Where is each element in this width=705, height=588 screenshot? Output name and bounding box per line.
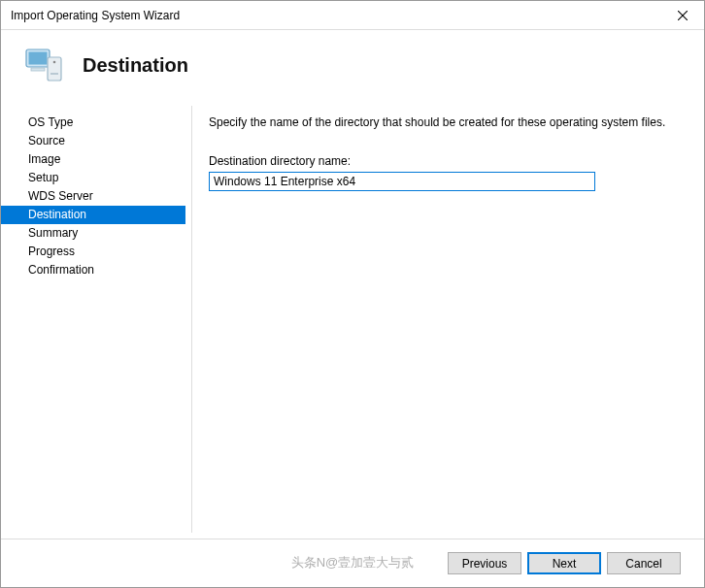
svg-rect-5 (31, 68, 45, 71)
page-title: Destination (83, 54, 188, 77)
sidebar-item-progress[interactable]: Progress (1, 243, 185, 261)
close-button[interactable] (660, 1, 704, 29)
svg-point-3 (53, 61, 56, 64)
previous-button[interactable]: Previous (448, 552, 521, 574)
sidebar-item-summary[interactable]: Summary (1, 224, 185, 243)
sidebar-item-setup[interactable]: Setup (1, 169, 185, 187)
titlebar: Import Operating System Wizard (1, 1, 704, 30)
vertical-divider (191, 106, 192, 533)
svg-rect-4 (50, 73, 58, 75)
destination-name-label: Destination directory name: (209, 154, 677, 168)
wizard-header: Destination (1, 30, 704, 106)
sidebar-item-source[interactable]: Source (1, 132, 185, 150)
close-icon (678, 11, 688, 20)
wizard-steps-sidebar: OS Type Source Image Setup WDS Server De… (1, 106, 185, 533)
sidebar-item-wds-server[interactable]: WDS Server (1, 187, 185, 206)
svg-rect-1 (29, 52, 48, 65)
next-button[interactable]: Next (527, 552, 601, 574)
instruction-text: Specify the name of the directory that s… (209, 115, 677, 129)
computer-icon (22, 44, 65, 86)
svg-rect-2 (48, 57, 61, 81)
sidebar-item-image[interactable]: Image (1, 150, 185, 169)
wizard-main-panel: Specify the name of the directory that s… (185, 106, 704, 533)
sidebar-item-destination[interactable]: Destination (1, 206, 185, 224)
cancel-button[interactable]: Cancel (607, 552, 681, 574)
window-title: Import Operating System Wizard (11, 9, 180, 22)
wizard-footer: 头条N@壹加壹大与贰 Previous Next Cancel (1, 539, 704, 587)
watermark-text: 头条N@壹加壹大与贰 (291, 554, 415, 572)
sidebar-item-confirmation[interactable]: Confirmation (1, 261, 185, 279)
sidebar-item-os-type[interactable]: OS Type (1, 114, 185, 132)
destination-name-input[interactable] (209, 172, 595, 191)
